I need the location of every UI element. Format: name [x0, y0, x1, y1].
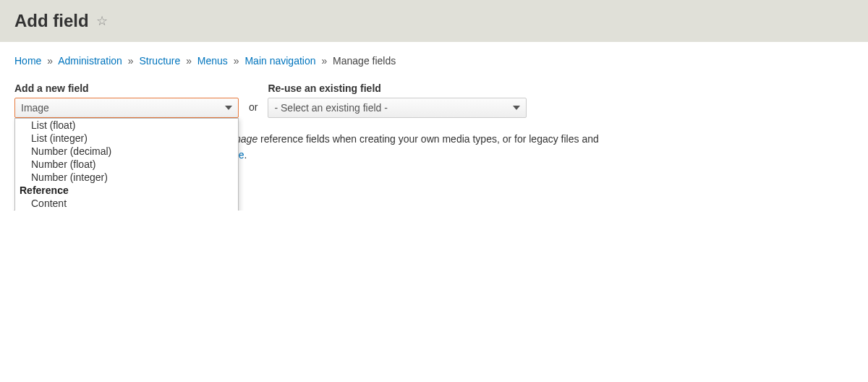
content: Home » Administration » Structure » Menu… [0, 42, 868, 211]
breadcrumb-current: Manage fields [333, 55, 396, 67]
dropdown-item[interactable]: List (integer) [15, 132, 238, 145]
new-field-col: Add a new field Image List (float)List (… [14, 82, 239, 118]
chevron-down-icon [225, 106, 232, 110]
breadcrumb-structure[interactable]: Structure [139, 55, 180, 67]
breadcrumb-sep: » [321, 55, 327, 67]
existing-field-col: Re-use an existing field - Select an exi… [268, 82, 527, 118]
new-field-select[interactable]: Image [14, 98, 239, 118]
help-text-frag: reference fields when creating your own … [258, 133, 599, 145]
new-field-dropdown[interactable]: List (float)List (integer)Number (decima… [14, 118, 239, 211]
header-bar: Add field ☆ [0, 0, 868, 42]
breadcrumb-main-navigation[interactable]: Main navigation [244, 55, 315, 67]
breadcrumb-sep: » [47, 55, 53, 67]
breadcrumb-sep: » [128, 55, 134, 67]
dropdown-item[interactable]: List (float) [15, 119, 238, 132]
help-text-period: . [244, 149, 247, 161]
dropdown-item[interactable]: Content [15, 197, 238, 210]
existing-field-placeholder: - Select an existing field - [274, 102, 387, 114]
breadcrumb-menus[interactable]: Menus [197, 55, 228, 67]
dropdown-item[interactable]: Number (integer) [15, 171, 238, 184]
page-title: Add field [14, 11, 89, 31]
star-icon[interactable]: ☆ [96, 13, 108, 29]
breadcrumb-home[interactable]: Home [14, 55, 41, 67]
new-field-label: Add a new field [14, 82, 239, 94]
or-text: or [249, 101, 258, 113]
breadcrumb-administration[interactable]: Administration [58, 55, 122, 67]
dropdown-item[interactable]: File [15, 210, 238, 211]
dropdown-group-label: Reference [15, 184, 238, 197]
breadcrumb: Home » Administration » Structure » Menu… [14, 55, 854, 67]
dropdown-item[interactable]: Number (float) [15, 158, 238, 171]
existing-field-select[interactable]: - Select an existing field - [268, 98, 527, 118]
existing-field-label: Re-use an existing field [268, 82, 527, 94]
new-field-select-wrap: Image List (float)List (integer)Number (… [14, 98, 239, 118]
chevron-down-icon [513, 106, 520, 110]
breadcrumb-sep: » [234, 55, 239, 67]
breadcrumb-sep: » [186, 55, 192, 67]
new-field-selected-value: Image [21, 102, 49, 114]
dropdown-item[interactable]: Number (decimal) [15, 145, 238, 158]
field-row: Add a new field Image List (float)List (… [14, 82, 854, 118]
